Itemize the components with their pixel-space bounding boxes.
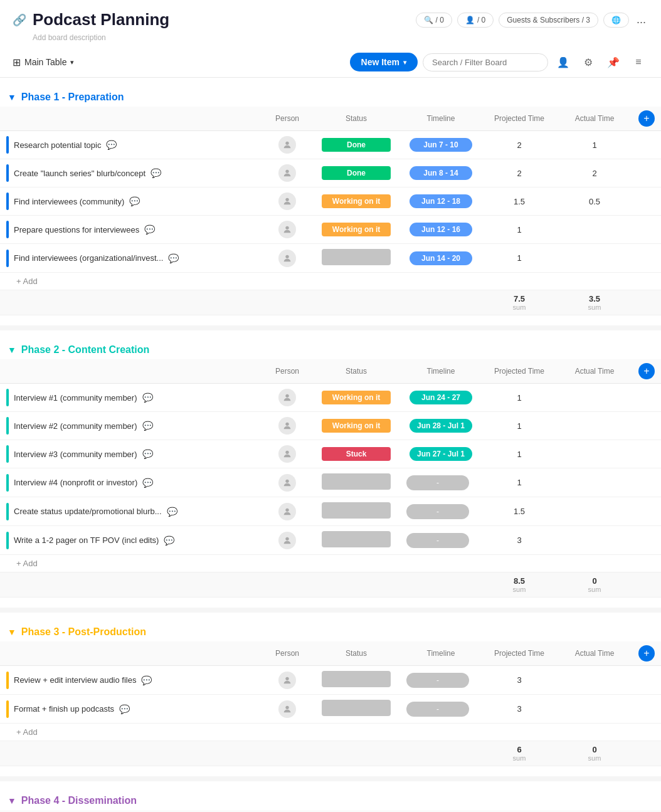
person-cell <box>262 384 312 412</box>
phase-title-4[interactable]: Phase 4 - Dissemination <box>21 795 137 806</box>
avatar[interactable] <box>278 136 296 154</box>
person-cell <box>262 244 312 273</box>
phase-chevron-3[interactable]: ▼ <box>8 627 16 637</box>
table-row: Create "launch series" blurb/concept 💬 D… <box>0 159 661 187</box>
pin-icon-btn[interactable]: 📌 <box>603 52 623 72</box>
comment-icon[interactable]: 💬 <box>151 168 161 178</box>
avatar[interactable] <box>278 672 296 689</box>
avatar[interactable] <box>278 250 296 267</box>
color-bar <box>6 503 9 520</box>
status-badge: Stuck <box>322 447 391 461</box>
color-bar <box>6 474 9 492</box>
phase-chevron-1[interactable]: ▼ <box>8 92 16 102</box>
projected-cell: 3 <box>482 695 557 724</box>
table-row: Prepare questions for interviewees 💬 Wor… <box>0 216 661 244</box>
status-cell[interactable]: Working on it <box>312 187 400 216</box>
comment-icon[interactable]: 💬 <box>106 140 117 150</box>
status-cell[interactable]: Stuck <box>312 440 400 468</box>
status-cell[interactable] <box>312 497 400 526</box>
status-cell[interactable] <box>312 526 400 555</box>
task-name: Find interviewees (community) <box>14 197 124 206</box>
stat-btn-1[interactable]: 🔍 / 0 <box>416 13 452 28</box>
task-cell: Interview #3 (community member) 💬 <box>0 440 262 468</box>
avatar[interactable] <box>278 417 296 435</box>
search-input[interactable] <box>423 53 548 71</box>
color-bar <box>6 417 9 435</box>
comment-icon[interactable]: 💬 <box>167 507 177 517</box>
phase-table-1: Person Status Timeline Projected Time Ac… <box>0 107 661 315</box>
status-cell[interactable] <box>312 666 400 695</box>
comment-icon[interactable]: 💬 <box>142 449 153 459</box>
toolbar-right: New Item ▾ 👤 ⚙ 📌 ≡ <box>350 52 648 72</box>
phase-title-3[interactable]: Phase 3 - Post-Production <box>21 626 146 638</box>
status-cell[interactable]: Done <box>312 131 400 159</box>
col-header-task-1 <box>0 107 262 131</box>
comment-icon[interactable]: 💬 <box>141 675 152 685</box>
status-cell[interactable]: Working on it <box>312 216 400 244</box>
more-options-btn[interactable]: ... <box>634 11 648 29</box>
task-cell: Find interviewees (community) 💬 <box>0 187 262 216</box>
comment-icon[interactable]: 💬 <box>142 478 153 488</box>
comment-icon[interactable]: 💬 <box>142 421 153 431</box>
comment-icon[interactable]: 💬 <box>144 224 155 235</box>
status-cell[interactable]: Working on it <box>312 412 400 440</box>
task-row-left: Create "launch series" blurb/concept 💬 <box>6 164 256 182</box>
globe-icon-btn[interactable]: 🌐 <box>603 13 629 28</box>
svg-point-4 <box>285 255 288 258</box>
person-icon-btn[interactable]: 👤 <box>553 52 573 72</box>
main-table-btn[interactable]: ⊞ Main Table ▾ <box>13 56 74 68</box>
add-col-btn-1[interactable]: + <box>638 110 655 127</box>
share-icon[interactable]: 🔗 <box>13 13 26 27</box>
phase-title-1[interactable]: Phase 1 - Preparation <box>21 92 124 103</box>
status-cell[interactable] <box>312 695 400 724</box>
avatar[interactable] <box>278 192 296 210</box>
avatar[interactable] <box>278 503 296 520</box>
add-item-link[interactable]: + Add <box>6 727 38 737</box>
add-col-btn-3[interactable]: + <box>638 645 655 662</box>
avatar[interactable] <box>278 221 296 238</box>
new-item-arrow-icon: ▾ <box>403 59 406 66</box>
avatar[interactable] <box>278 532 296 549</box>
status-badge: Done <box>322 166 391 180</box>
comment-icon[interactable]: 💬 <box>142 393 153 403</box>
new-item-button[interactable]: New Item ▾ <box>350 53 418 71</box>
status-cell[interactable] <box>312 244 400 273</box>
add-item-link[interactable]: + Add <box>6 277 38 286</box>
guests-btn[interactable]: Guests & Subscribers / 3 <box>499 13 598 28</box>
settings-icon-btn[interactable]: ⚙ <box>578 52 598 72</box>
svg-point-1 <box>285 170 288 173</box>
avatar[interactable] <box>278 474 296 492</box>
add-col-btn-2[interactable]: + <box>638 363 655 379</box>
color-bar <box>6 389 9 406</box>
phase-section-3: ▼ Phase 3 - Post-Production Person Statu… <box>0 623 661 766</box>
avatar[interactable] <box>278 389 296 406</box>
svg-point-9 <box>285 508 288 511</box>
person-cell <box>262 526 312 555</box>
phase-chevron-2[interactable]: ▼ <box>8 345 16 355</box>
actual-cell <box>557 497 632 526</box>
comment-icon[interactable]: 💬 <box>119 704 130 714</box>
avatar[interactable] <box>278 445 296 463</box>
person-cell <box>262 187 312 216</box>
row-add-cell <box>632 187 661 216</box>
filter-icon-btn[interactable]: ≡ <box>628 52 648 72</box>
phase-chevron-4[interactable]: ▼ <box>8 796 16 806</box>
status-cell[interactable] <box>312 468 400 497</box>
col-header-person-1: Person <box>262 107 312 131</box>
table-row: Find interviewees (organizational/invest… <box>0 244 661 273</box>
status-cell[interactable]: Working on it <box>312 384 400 412</box>
status-cell[interactable]: Done <box>312 159 400 187</box>
timeline-empty: - <box>406 504 469 519</box>
avatar[interactable] <box>278 164 296 182</box>
col-header-person-2: Person <box>262 359 312 384</box>
comment-icon[interactable]: 💬 <box>164 535 174 546</box>
col-header-add-2: + <box>632 359 661 384</box>
comment-icon[interactable]: 💬 <box>168 253 179 263</box>
avatar[interactable] <box>278 700 296 718</box>
row-add-cell <box>632 468 661 497</box>
comment-icon[interactable]: 💬 <box>129 196 140 206</box>
stat-btn-2[interactable]: 👤 / 0 <box>457 13 494 28</box>
add-item-link[interactable]: + Add <box>6 559 38 568</box>
phase-title-2[interactable]: Phase 2 - Content Creation <box>21 344 149 356</box>
table-row: Find interviewees (community) 💬 Working … <box>0 187 661 216</box>
